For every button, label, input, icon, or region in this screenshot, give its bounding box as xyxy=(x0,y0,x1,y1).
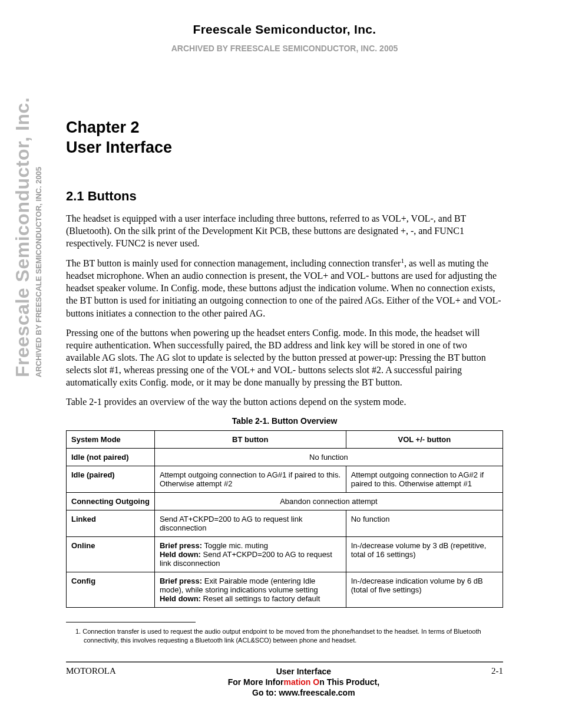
page-footer: MOTOROLA User Interface For More Informa… xyxy=(66,666,503,699)
footer-separator xyxy=(66,661,503,663)
page-container: Freescale Semiconductor, Inc. ARCHIVED B… xyxy=(0,0,562,728)
footnote-separator xyxy=(66,622,196,622)
footnote-text: Connection transfer is used to request t… xyxy=(82,628,481,644)
th-vol-button: VOL +/- button xyxy=(346,431,503,449)
cell-no-function: No function xyxy=(154,449,503,466)
paragraph-1: The headset is equipped with a user inte… xyxy=(66,212,503,249)
paragraph-4: Table 2-1 provides an overview of the wa… xyxy=(66,396,503,408)
held-down-label: Held down: xyxy=(160,594,201,603)
mode-idle-paired: Idle (paired) xyxy=(67,466,155,493)
mode-connecting-outgoing: Connecting Outgoing xyxy=(67,493,155,510)
tag1a: For More Infor xyxy=(228,677,284,687)
footer-center: User Interface For More Information On T… xyxy=(228,666,379,699)
footnote-1: 1. Connection transfer is used to reques… xyxy=(66,627,503,645)
table-row: Idle (not paired) No function xyxy=(67,449,503,466)
tag1b: n This Product, xyxy=(319,677,379,687)
cell-bt-config: Brief press: Exit Pairable mode (enterin… xyxy=(154,572,346,608)
cell-vol-idle-paired: Attempt outgoing connection to AG#2 if p… xyxy=(346,466,503,493)
table-row: Config Brief press: Exit Pairable mode (… xyxy=(67,572,503,608)
brief-press-label: Brief press: xyxy=(160,541,202,550)
held-down-text: Reset all settings to factory default xyxy=(201,594,320,603)
footnote-number: 1. xyxy=(75,628,81,635)
chapter-title: Chapter 2 User Interface xyxy=(66,118,503,158)
cell-abandon: Abandon connection attempt xyxy=(154,493,503,510)
cell-vol-online: In-/decrease volume by 3 dB (repetitive,… xyxy=(346,537,503,572)
archived-notice: ARCHIVED BY FREESCALE SEMICONDUCTOR, INC… xyxy=(66,44,503,53)
cell-bt-idle-paired: Attempt outgoing connection to AG#1 if p… xyxy=(154,466,346,493)
table-caption: Table 2-1. Button Overview xyxy=(66,416,503,426)
table-row: Connecting Outgoing Abandon connection a… xyxy=(67,493,503,510)
chapter-name: User Interface xyxy=(66,139,172,156)
footer-left: MOTOROLA xyxy=(66,666,116,676)
cell-vol-linked: No function xyxy=(346,510,503,537)
chapter-number: Chapter 2 xyxy=(66,118,140,136)
cell-bt-linked: Send AT+CKPD=200 to AG to request link d… xyxy=(154,510,346,537)
company-header: Freescale Semiconductor, Inc. xyxy=(66,22,503,37)
brief-press-label: Brief press: xyxy=(160,577,202,585)
section-heading: 2.1 Buttons xyxy=(66,189,503,204)
mode-config: Config xyxy=(67,572,155,608)
cell-vol-config: In-/decrease indication volume by 6 dB (… xyxy=(346,572,503,608)
cell-bt-online: Brief press: Toggle mic. muting Held dow… xyxy=(154,537,346,572)
p2-pre: The BT button is mainly used for connect… xyxy=(66,258,401,268)
table-row: Idle (paired) Attempt outgoing connectio… xyxy=(67,466,503,493)
mode-online: Online xyxy=(67,537,155,572)
held-down-label: Held down: xyxy=(160,550,201,559)
footer-tagline-2: Go to: www.freescale.com xyxy=(252,688,355,697)
footer-doc-title: User Interface xyxy=(276,667,331,676)
button-overview-table: System Mode BT button VOL +/- button Idl… xyxy=(66,430,503,608)
table-header-row: System Mode BT button VOL +/- button xyxy=(67,431,503,449)
th-system-mode: System Mode xyxy=(67,431,155,449)
footer-tagline-1: For More Information On This Product, xyxy=(228,677,379,687)
brief-press-text: Toggle mic. muting xyxy=(202,541,268,550)
mode-idle-not-paired: Idle (not paired) xyxy=(67,449,155,466)
th-bt-button: BT button xyxy=(154,431,346,449)
table-row: Online Brief press: Toggle mic. muting H… xyxy=(67,537,503,572)
table-row: Linked Send AT+CKPD=200 to AG to request… xyxy=(67,510,503,537)
paragraph-2: The BT button is mainly used for connect… xyxy=(66,256,503,319)
tag1-preliminary: mation O xyxy=(284,677,320,687)
footer-page-number: 2-1 xyxy=(491,666,503,676)
mode-linked: Linked xyxy=(67,510,155,537)
paragraph-3: Pressing one of the buttons when powerin… xyxy=(66,327,503,389)
